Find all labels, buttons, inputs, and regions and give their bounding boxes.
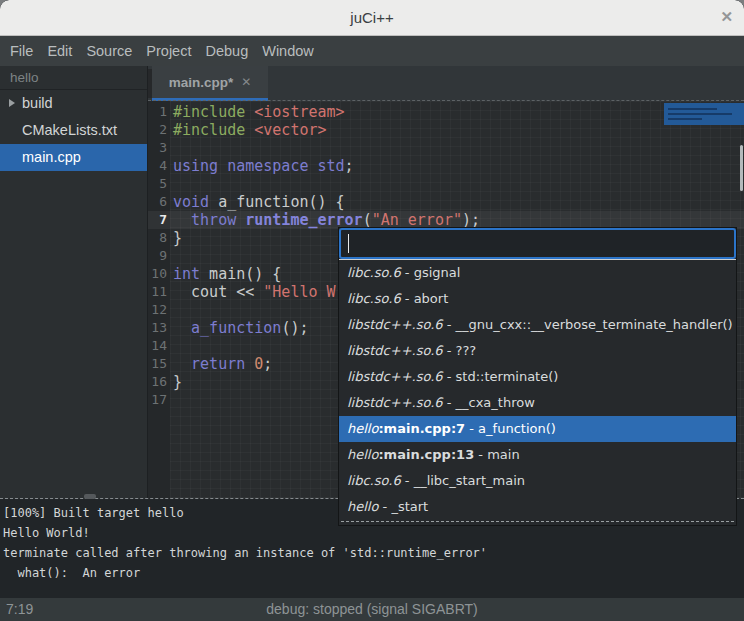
line-number: 10 — [148, 265, 167, 283]
popup-scrollbar[interactable] — [740, 145, 743, 191]
window-close-button[interactable]: ✕ — [720, 8, 733, 26]
titlebar[interactable]: juCi++ ✕ — [0, 0, 744, 36]
line-number: 17 — [148, 391, 167, 409]
backtrace-list: libc.so.6 - gsignallibc.so.6 - abortlibs… — [339, 260, 736, 520]
tree-item-main-cpp[interactable]: main.cpp — [0, 144, 147, 171]
line-number: 16 — [148, 373, 167, 391]
backtrace-row[interactable]: libstdc++.so.6 - __cxa_throw — [339, 390, 736, 416]
tab-bar: main.cpp* ✕ — [148, 66, 744, 101]
line-number: 1 — [148, 103, 167, 121]
tree-item-label: CMakeLists.txt — [22, 122, 117, 138]
line-number: 15 — [148, 355, 167, 373]
editor-focus-dash-top — [148, 100, 744, 101]
tab-close-icon[interactable]: ✕ — [241, 75, 251, 89]
line-number-gutter[interactable]: 1234567891011121314151617 — [148, 103, 167, 409]
code-line-3 — [170, 139, 744, 157]
backtrace-popup: libc.so.6 - gsignallibc.so.6 - abortlibs… — [338, 227, 737, 526]
line-number: 7 — [148, 211, 167, 229]
line-number: 2 — [148, 121, 167, 139]
debug-tooltip-preview — [664, 103, 744, 125]
file-tree-panel: hello buildCMakeLists.txtmain.cpp — [0, 66, 147, 499]
backtrace-row[interactable]: libstdc++.so.6 - ??? — [339, 338, 736, 364]
backtrace-row[interactable]: libstdc++.so.6 - __gnu_cxx::__verbose_te… — [339, 312, 736, 338]
tree-item-cmakelists-txt[interactable]: CMakeLists.txt — [0, 117, 147, 144]
menu-item-window[interactable]: Window — [255, 36, 321, 66]
terminal-line: Hello World! — [3, 523, 744, 543]
backtrace-row[interactable]: hello - _start — [339, 494, 736, 520]
line-number: 4 — [148, 157, 167, 175]
line-number: 12 — [148, 301, 167, 319]
code-line-5 — [170, 175, 744, 193]
debug-status: debug: stopped (signal SIGABRT) — [0, 601, 744, 617]
line-number: 9 — [148, 247, 167, 265]
app-window: juCi++ ✕ FileEditSourceProjectDebugWindo… — [0, 0, 744, 621]
tree-item-label: main.cpp — [22, 149, 81, 165]
code-line-2: #include <vector> — [170, 121, 744, 139]
backtrace-filter-input[interactable] — [339, 228, 736, 259]
backtrace-row[interactable]: hello:main.cpp:7 - a_function() — [339, 416, 736, 442]
text-cursor — [348, 234, 349, 253]
menu-item-project[interactable]: Project — [139, 36, 198, 66]
window-title: juCi++ — [0, 9, 744, 26]
backtrace-row[interactable]: libc.so.6 - abort — [339, 286, 736, 312]
line-number: 13 — [148, 319, 167, 337]
menu-item-edit[interactable]: Edit — [40, 36, 79, 66]
line-number: 8 — [148, 229, 167, 247]
terminal-line: what(): An error — [3, 563, 744, 583]
terminal-line: terminate called after throwing an insta… — [3, 543, 744, 563]
popup-focus-dash — [341, 521, 734, 525]
line-number: 6 — [148, 193, 167, 211]
menu-item-file[interactable]: File — [3, 36, 40, 66]
line-number: 5 — [148, 175, 167, 193]
code-line-4: using namespace std; — [170, 157, 744, 175]
pane-resize-handle[interactable] — [84, 494, 96, 499]
project-name: hello — [0, 66, 147, 90]
backtrace-row[interactable]: libc.so.6 - gsignal — [339, 260, 736, 286]
line-number: 14 — [148, 337, 167, 355]
menu-item-source[interactable]: Source — [79, 36, 139, 66]
tree-item-label: build — [22, 95, 53, 111]
tab-label: main.cpp* — [169, 75, 234, 90]
backtrace-row[interactable]: libstdc++.so.6 - std::terminate() — [339, 364, 736, 390]
tab-main-cpp[interactable]: main.cpp* ✕ — [152, 66, 268, 101]
line-number: 3 — [148, 139, 167, 157]
tree-item-build[interactable]: build — [0, 90, 147, 117]
status-bar: 7:19 debug: stopped (signal SIGABRT) — [0, 598, 744, 621]
expander-icon[interactable] — [9, 99, 15, 107]
file-tree: buildCMakeLists.txtmain.cpp — [0, 90, 147, 171]
line-number: 11 — [148, 283, 167, 301]
backtrace-row[interactable]: hello:main.cpp:13 - main — [339, 442, 736, 468]
backtrace-row[interactable]: libc.so.6 - __libc_start_main — [339, 468, 736, 494]
code-line-6: void a_function() { — [170, 193, 744, 211]
menubar: FileEditSourceProjectDebugWindow — [0, 36, 744, 66]
menu-item-debug[interactable]: Debug — [198, 36, 255, 66]
code-line-1: #include <iostream> — [170, 103, 744, 121]
